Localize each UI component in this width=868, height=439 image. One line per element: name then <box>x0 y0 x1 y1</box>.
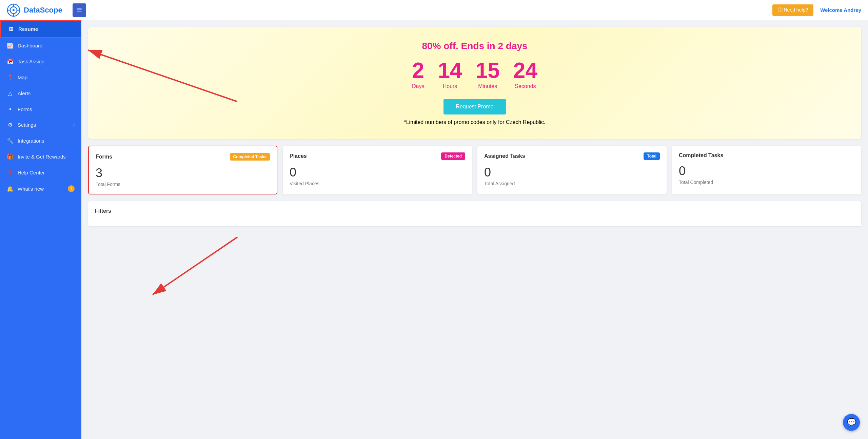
stat-card-header-1: Places Detected <box>290 152 465 160</box>
countdown-hours: 14 Hours <box>438 60 462 89</box>
stat-card-2: Assigned Tasks Total 0 Total Assigned <box>477 146 667 194</box>
stats-grid: Forms Completed Tasks 3 Total Forms Plac… <box>88 146 861 194</box>
stat-card-header-3: Completed Tasks <box>679 152 854 159</box>
promo-note: *Limited numbers of promo codes only for… <box>95 119 854 125</box>
stat-card-header-2: Assigned Tasks Total <box>484 152 660 160</box>
main-content: 80% off. Ends in 2 days 2 Days 14 Hours … <box>81 20 868 439</box>
sidebar-item-resume[interactable]: ⊞ Resume <box>0 20 81 38</box>
settings-icon: ⚙ <box>7 122 14 128</box>
chevron-icon: ‹ <box>73 123 75 127</box>
sidebar-item-label: Alerts <box>18 90 31 96</box>
filters-title: Filters <box>95 208 854 214</box>
integrations-icon: 🔧 <box>7 138 14 144</box>
sidebar-item-label: Resume <box>18 26 38 32</box>
stat-badge-0: Completed Tasks <box>230 153 270 161</box>
whats-new-icon: 🔔 <box>7 186 14 192</box>
task-assign-icon: 📅 <box>7 58 14 65</box>
help-icon: ❓ <box>7 169 14 176</box>
logo-area: DataScope ☰ <box>7 3 772 17</box>
dashboard-icon: 📈 <box>7 42 14 49</box>
stat-label-0: Total Forms <box>96 182 270 187</box>
minutes-label: Minutes <box>478 83 497 89</box>
stat-number-3: 0 <box>679 164 854 178</box>
header: DataScope ☰ ⓘ Need help? Welcome Andrey <box>0 0 868 20</box>
sidebar-item-label: Dashboard <box>18 43 42 48</box>
stat-card-header-0: Forms Completed Tasks <box>96 153 270 161</box>
stat-card-1: Places Detected 0 Visited Places <box>283 146 472 194</box>
sidebar-item-label: Integrations <box>18 138 44 144</box>
promo-title: 80% off. Ends in 2 days <box>95 41 854 51</box>
countdown: 2 Days 14 Hours 15 Minutes 24 Seconds <box>95 60 854 89</box>
stat-card-title-2: Assigned Tasks <box>484 153 525 159</box>
sidebar-item-label: Settings <box>18 122 36 128</box>
header-right: ⓘ Need help? Welcome Andrey <box>772 4 861 16</box>
svg-point-2 <box>13 9 15 11</box>
sidebar-item-label: Task Assign <box>18 59 44 64</box>
seconds-label: Seconds <box>515 83 536 89</box>
sidebar-item-label: Map <box>18 75 27 80</box>
promo-rest: Ends in 2 days <box>458 41 528 51</box>
need-help-button[interactable]: ⓘ Need help? <box>772 4 814 16</box>
map-icon: 📍 <box>7 74 14 81</box>
stat-badge-2: Total <box>644 152 660 160</box>
sidebar-item-label: What's new <box>18 186 44 192</box>
sidebar-item-help[interactable]: ❓ Help Center <box>0 165 81 181</box>
sidebar-item-forms[interactable]: ▪ Forms <box>0 101 81 117</box>
stat-card-title-0: Forms <box>96 154 112 160</box>
logo-text: DataScope <box>24 6 62 15</box>
hours-number: 14 <box>438 60 462 81</box>
countdown-seconds: 24 Seconds <box>513 60 537 89</box>
sidebar-item-whats-new[interactable]: 🔔 What's new 1 <box>0 181 81 197</box>
layout: ⊞ Resume 📈 Dashboard 📅 Task Assign 📍 Map… <box>0 20 868 439</box>
sidebar-item-settings[interactable]: ⚙ Settings ‹ <box>0 117 81 133</box>
stat-label-1: Visited Places <box>290 181 465 186</box>
sidebar-item-alerts[interactable]: △ Alerts <box>0 85 81 101</box>
countdown-minutes: 15 Minutes <box>476 60 500 89</box>
stat-number-0: 3 <box>96 166 270 180</box>
stat-card-title-1: Places <box>290 153 307 159</box>
hamburger-button[interactable]: ☰ <box>73 3 86 17</box>
stat-badge-1: Detected <box>441 152 465 160</box>
days-label: Days <box>412 83 424 89</box>
sidebar-item-integrations[interactable]: 🔧 Integrations <box>0 133 81 149</box>
stat-card-0: Forms Completed Tasks 3 Total Forms <box>88 146 277 194</box>
request-promo-button[interactable]: Request Promo <box>443 99 506 114</box>
stat-card-3: Completed Tasks 0 Total Completed <box>672 146 861 194</box>
invite-icon: 🎁 <box>7 153 14 160</box>
seconds-number: 24 <box>513 60 537 81</box>
alerts-icon: △ <box>7 90 14 97</box>
stat-card-title-3: Completed Tasks <box>679 152 723 159</box>
forms-icon: ▪ <box>7 106 14 112</box>
sidebar-item-label: Forms <box>18 106 32 112</box>
promo-banner: 80% off. Ends in 2 days 2 Days 14 Hours … <box>88 27 861 139</box>
promo-highlight: 80% off. <box>422 41 458 51</box>
sidebar: ⊞ Resume 📈 Dashboard 📅 Task Assign 📍 Map… <box>0 20 81 439</box>
days-number: 2 <box>412 60 424 81</box>
sidebar-item-invite[interactable]: 🎁 Invite & Get Rewards <box>0 149 81 165</box>
sidebar-item-dashboard[interactable]: 📈 Dashboard <box>0 38 81 54</box>
minutes-number: 15 <box>476 60 500 81</box>
stat-number-2: 0 <box>484 165 660 180</box>
sidebar-item-label: Help Center <box>18 170 45 175</box>
stat-label-3: Total Completed <box>679 180 854 185</box>
sidebar-item-map[interactable]: 📍 Map <box>0 69 81 85</box>
filters-section: Filters <box>88 201 861 226</box>
resume-icon: ⊞ <box>7 26 14 32</box>
welcome-text: Welcome Andrey <box>820 7 861 13</box>
sidebar-item-task-assign[interactable]: 📅 Task Assign <box>0 54 81 69</box>
sidebar-item-label: Invite & Get Rewards <box>18 154 66 160</box>
logo-icon <box>7 3 20 17</box>
chat-button[interactable]: 💬 <box>843 414 860 431</box>
countdown-days: 2 Days <box>412 60 424 89</box>
stat-number-1: 0 <box>290 165 465 180</box>
stat-label-2: Total Assigned <box>484 181 660 186</box>
badge-whats-new: 1 <box>68 185 75 192</box>
hours-label: Hours <box>443 83 457 89</box>
